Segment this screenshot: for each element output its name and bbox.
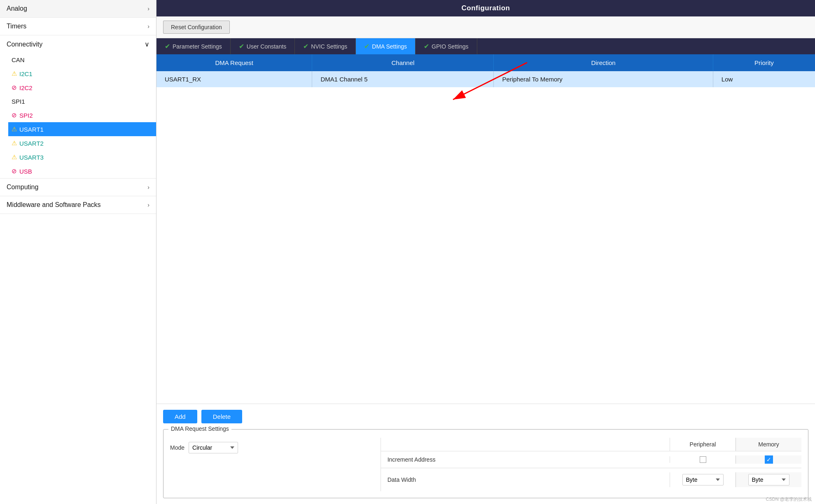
sidebar-label-middleware: Middleware and Software Packs bbox=[7, 201, 101, 209]
action-buttons: Add Delete bbox=[163, 410, 808, 423]
mode-section: Mode Circular Normal bbox=[170, 438, 381, 462]
dma-settings-legend: DMA Request Settings bbox=[168, 425, 231, 432]
can-label: CAN bbox=[12, 56, 25, 63]
sidebar-label-connectivity: Connectivity bbox=[7, 41, 42, 48]
warn-icon-i2c1: ⚠ bbox=[12, 70, 17, 77]
mode-select[interactable]: Circular Normal bbox=[189, 442, 238, 453]
col-header-direction: Direction bbox=[494, 54, 713, 71]
chevron-icon-analog: › bbox=[147, 5, 149, 12]
memory-checkbox[interactable]: ✓ bbox=[765, 455, 773, 464]
col-header-channel: Channel bbox=[312, 54, 494, 71]
sidebar-item-usart3[interactable]: ⚠ USART3 bbox=[8, 150, 156, 164]
sidebar-item-spi1[interactable]: SPI1 bbox=[8, 95, 156, 108]
sidebar-item-analog[interactable]: Analog › bbox=[0, 0, 156, 18]
tab-user-constants[interactable]: ✔ User Constants bbox=[231, 38, 295, 54]
memory-width-cell: Byte Half Word Word bbox=[736, 472, 801, 487]
dma-table: DMA Request Channel Direction Priority U… bbox=[156, 54, 815, 87]
main-content: Configuration Reset Configuration ✔ Para… bbox=[156, 0, 815, 504]
table-container: DMA Request Channel Direction Priority U… bbox=[156, 54, 815, 404]
sidebar-section-header-connectivity[interactable]: Connectivity ∨ bbox=[0, 35, 156, 53]
sidebar-label-timers: Timers bbox=[7, 23, 26, 30]
warn-icon-usart3: ⚠ bbox=[12, 153, 17, 161]
bottom-area: Add Delete DMA Request Settings Mode Cir… bbox=[156, 404, 815, 504]
i2c2-label: I2C2 bbox=[19, 84, 33, 91]
config-title: Configuration bbox=[156, 0, 815, 16]
usart2-label: USART2 bbox=[19, 140, 44, 147]
dma-request-settings: DMA Request Settings Mode Circular Norma… bbox=[163, 429, 808, 498]
tab-label-gpio: GPIO Settings bbox=[432, 43, 468, 50]
spi1-label: SPI1 bbox=[12, 98, 25, 105]
no-icon-usb: ⊘ bbox=[12, 167, 17, 175]
tab-gpio-settings[interactable]: ✔ GPIO Settings bbox=[416, 38, 477, 54]
check-icon-nvic: ✔ bbox=[303, 42, 308, 50]
sidebar-children-connectivity: CAN ⚠ I2C1 ⊘ I2C2 SPI1 ⊘ SPI2 ⚠ USART1 bbox=[0, 53, 156, 178]
chevron-icon-computing: › bbox=[147, 184, 149, 190]
data-width-row: Data Width Byte Half Word Word B bbox=[381, 468, 801, 491]
tab-label-param: Parameter Settings bbox=[173, 43, 222, 50]
col-headers: Peripheral Memory bbox=[381, 438, 801, 451]
tab-dma-settings[interactable]: ✔ DMA Settings bbox=[356, 38, 416, 54]
sidebar-section-connectivity: Connectivity ∨ CAN ⚠ I2C1 ⊘ I2C2 SPI1 ⊘ … bbox=[0, 35, 156, 179]
tab-label-dma: DMA Settings bbox=[372, 43, 407, 50]
tab-nvic-settings[interactable]: ✔ NVIC Settings bbox=[295, 38, 356, 54]
usart1-label: USART1 bbox=[19, 126, 44, 133]
peripheral-width-select[interactable]: Byte Half Word Word bbox=[682, 474, 724, 485]
peripheral-col-header: Peripheral bbox=[670, 438, 736, 451]
peripheral-checkbox[interactable] bbox=[700, 456, 706, 463]
col-header-request: DMA Request bbox=[156, 54, 312, 71]
usb-label: USB bbox=[19, 168, 32, 175]
tab-label-user: User Constants bbox=[247, 43, 286, 50]
no-icon-i2c2: ⊘ bbox=[12, 84, 17, 91]
sidebar-item-timers[interactable]: Timers › bbox=[0, 18, 156, 35]
increment-row: Increment Address ✓ bbox=[381, 451, 801, 468]
check-icon-dma: ✔ bbox=[364, 42, 369, 50]
sidebar-item-usb[interactable]: ⊘ USB bbox=[8, 164, 156, 178]
tab-label-nvic: NVIC Settings bbox=[311, 43, 347, 50]
dma-settings-inner: Mode Circular Normal Peripheral bbox=[163, 430, 808, 498]
table-header-row: DMA Request Channel Direction Priority bbox=[156, 54, 815, 71]
delete-button[interactable]: Delete bbox=[201, 410, 242, 423]
col-header-priority: Priority bbox=[713, 54, 815, 71]
sidebar-item-usart1[interactable]: ⚠ USART1 bbox=[8, 122, 156, 136]
sidebar-label-analog: Analog bbox=[7, 5, 27, 12]
memory-width-select[interactable]: Byte Half Word Word bbox=[748, 474, 789, 485]
i2c1-label: I2C1 bbox=[19, 70, 33, 77]
right-columns: Peripheral Memory Increment Address ✓ bbox=[381, 438, 801, 491]
reset-config-button[interactable]: Reset Configuration bbox=[163, 21, 230, 34]
cell-priority: Low bbox=[713, 71, 815, 87]
watermark: CSDN @老李的技术栈 bbox=[766, 496, 812, 502]
memory-col-header: Memory bbox=[736, 438, 801, 451]
tabs-bar: ✔ Parameter Settings ✔ User Constants ✔ … bbox=[156, 38, 815, 54]
check-icon-user: ✔ bbox=[239, 42, 244, 50]
sidebar-item-middleware[interactable]: Middleware and Software Packs › bbox=[0, 196, 156, 214]
toolbar: Reset Configuration bbox=[156, 16, 815, 38]
table-row[interactable]: USART1_RX DMA1 Channel 5 Peripheral To M… bbox=[156, 71, 815, 87]
mode-row: Mode Circular Normal bbox=[170, 442, 381, 453]
add-button[interactable]: Add bbox=[163, 410, 197, 423]
check-icon-gpio: ✔ bbox=[424, 42, 429, 50]
sidebar-item-i2c2[interactable]: ⊘ I2C2 bbox=[8, 81, 156, 95]
settings-row-1: Mode Circular Normal Peripheral bbox=[170, 438, 801, 491]
cell-channel: DMA1 Channel 5 bbox=[312, 71, 494, 87]
data-width-label: Data Width bbox=[381, 476, 670, 483]
increment-label: Increment Address bbox=[381, 456, 670, 463]
peripheral-width-cell: Byte Half Word Word bbox=[670, 472, 736, 487]
check-icon-param: ✔ bbox=[165, 42, 170, 50]
peripheral-checkbox-cell bbox=[670, 456, 736, 463]
warn-icon-usart1: ⚠ bbox=[12, 125, 17, 133]
sidebar-item-computing[interactable]: Computing › bbox=[0, 179, 156, 196]
chevron-icon-connectivity: ∨ bbox=[145, 40, 149, 48]
warn-icon-usart2: ⚠ bbox=[12, 139, 17, 147]
cell-request: USART1_RX bbox=[156, 71, 312, 87]
spacer-header bbox=[381, 438, 670, 451]
sidebar-item-usart2[interactable]: ⚠ USART2 bbox=[8, 136, 156, 150]
sidebar-item-can[interactable]: CAN bbox=[8, 53, 156, 67]
chevron-icon-middleware: › bbox=[147, 202, 149, 208]
tab-parameter-settings[interactable]: ✔ Parameter Settings bbox=[156, 38, 231, 54]
chevron-icon-timers: › bbox=[147, 23, 149, 30]
sidebar-item-i2c1[interactable]: ⚠ I2C1 bbox=[8, 67, 156, 81]
mode-label: Mode bbox=[170, 444, 184, 451]
sidebar: Analog › Timers › Connectivity ∨ CAN ⚠ I… bbox=[0, 0, 156, 504]
sidebar-item-spi2[interactable]: ⊘ SPI2 bbox=[8, 108, 156, 122]
memory-checkbox-cell: ✓ bbox=[736, 455, 801, 464]
